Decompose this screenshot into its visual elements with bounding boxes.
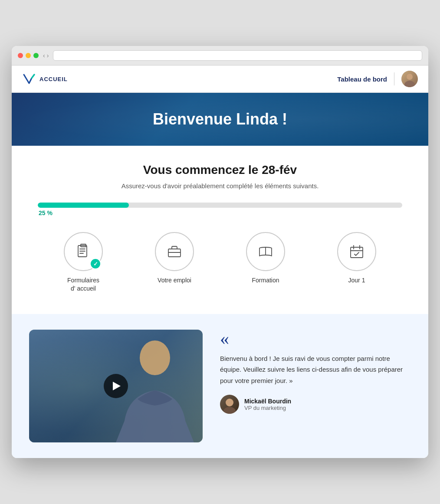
logo-icon (22, 72, 36, 86)
svg-point-15 (223, 407, 236, 414)
browser-window: ‹ › ACCUEIL Tableau de bord (12, 46, 428, 458)
browser-dots (18, 53, 39, 58)
icon-circle-formulaires (64, 232, 103, 271)
logo-label: ACCUEIL (39, 76, 68, 82)
label-formation: Formation (252, 276, 279, 284)
section-subtitle: Assurez-vous d'avoir préalablement compl… (38, 182, 402, 190)
dot-red[interactable] (18, 53, 23, 58)
author-avatar (220, 395, 239, 414)
play-triangle-icon (113, 382, 121, 390)
forward-icon[interactable]: › (47, 52, 49, 59)
svg-point-14 (226, 399, 233, 406)
back-icon[interactable]: ‹ (43, 52, 45, 59)
icon-circle-emploi (155, 232, 194, 271)
browser-chrome: ‹ › (12, 46, 428, 65)
icons-row: Formulairesd' accueil Votre emploi (38, 232, 402, 292)
quote-section: « Bienvenu à bord ! Je suis ravi de vous… (220, 330, 411, 414)
author-name: Mickaël Bourdin (244, 398, 291, 405)
label-formulaires: Formulairesd' accueil (67, 276, 99, 292)
browser-nav: ‹ › (43, 52, 49, 59)
item-jour1[interactable]: Jour 1 (311, 232, 402, 284)
main-content: Vous commencez le 28-fév Assurez-vous d'… (12, 146, 428, 314)
author-title: VP du marketing (244, 405, 291, 411)
avatar-image (401, 71, 418, 87)
check-badge-formulaires (90, 258, 101, 269)
label-emploi: Votre emploi (158, 276, 191, 284)
address-bar[interactable] (53, 50, 422, 61)
svg-point-13 (140, 340, 170, 375)
quote-mark: « (220, 330, 411, 348)
play-button[interactable] (104, 374, 128, 398)
svg-point-1 (404, 81, 415, 87)
icon-circle-jour1 (337, 232, 376, 271)
dot-green[interactable] (33, 53, 39, 58)
emploi-icon (166, 243, 183, 260)
progress-fill (38, 203, 129, 208)
author-info: Mickaël Bourdin VP du marketing (244, 398, 291, 411)
app-header: ACCUEIL Tableau de bord (12, 65, 428, 93)
progress-container: 25 % (38, 203, 402, 216)
progress-label: 25 % (39, 209, 402, 216)
formation-icon (257, 243, 274, 260)
svg-rect-7 (168, 249, 181, 257)
hero-banner: Bienvenue Linda ! (12, 93, 428, 146)
formulaires-icon (75, 243, 92, 260)
jour1-icon (348, 243, 365, 260)
item-emploi[interactable]: Votre emploi (129, 232, 220, 284)
avatar[interactable] (401, 71, 418, 87)
icon-circle-formation (246, 232, 285, 271)
label-jour1: Jour 1 (348, 276, 365, 284)
progress-track (38, 203, 402, 208)
svg-point-0 (407, 74, 413, 80)
video-thumbnail[interactable] (29, 330, 203, 442)
dot-yellow[interactable] (26, 53, 31, 58)
section-title: Vous commencez le 28-fév (38, 163, 402, 177)
header-divider (394, 72, 394, 85)
item-formation[interactable]: Formation (220, 232, 311, 284)
quote-text: Bienvenu à bord ! Je suis ravi de vous c… (220, 353, 411, 386)
quote-author: Mickaël Bourdin VP du marketing (220, 395, 411, 414)
logo-area[interactable]: ACCUEIL (22, 72, 68, 86)
svg-rect-9 (351, 247, 363, 258)
tableau-label[interactable]: Tableau de bord (337, 75, 387, 83)
hero-title: Bienvenue Linda ! (22, 110, 418, 128)
bottom-section: « Bienvenu à bord ! Je suis ravi de vous… (12, 314, 428, 458)
header-right: Tableau de bord (337, 71, 418, 87)
item-formulaires[interactable]: Formulairesd' accueil (38, 232, 129, 292)
